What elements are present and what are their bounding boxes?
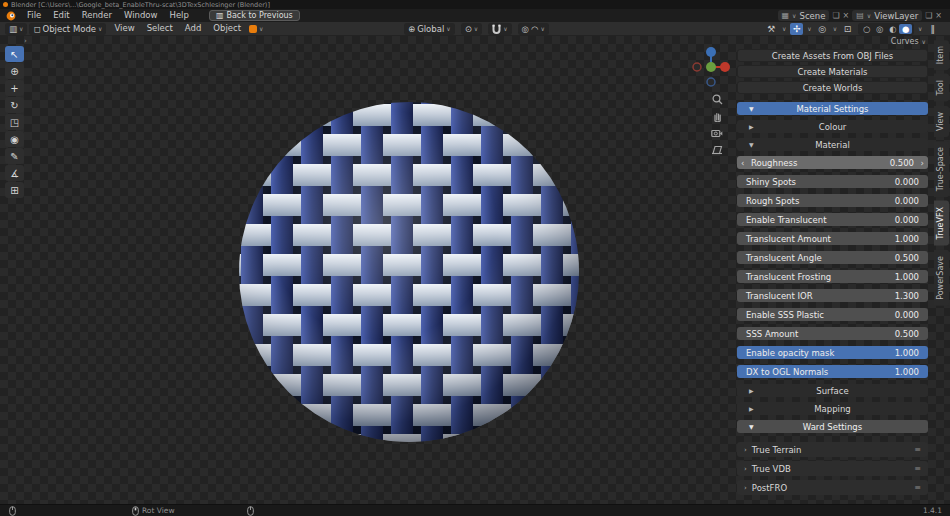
chevron-down-icon: ∨ <box>792 12 796 19</box>
slider-sss-amount[interactable]: SSS Amount 0.500 <box>737 327 928 340</box>
shading-material-preview[interactable]: ◐ <box>886 24 899 34</box>
slider-rough-spots[interactable]: Rough Spots 0.000 <box>737 194 928 207</box>
slider-enable-opacity-mask[interactable]: Enable opacity mask 1.000 <box>737 346 928 359</box>
tool-rotate[interactable]: ↻ <box>5 97 24 113</box>
menu-help[interactable]: Help <box>163 10 194 20</box>
shading-wireframe[interactable]: ○ <box>860 24 873 34</box>
viewport-menu-object[interactable]: Object <box>207 23 247 33</box>
button-create-materials[interactable]: Create Materials <box>737 65 928 78</box>
tool-settings-icon[interactable]: ⚒ <box>765 23 778 35</box>
ward-settings-header[interactable]: ▼ Ward Settings <box>737 420 928 433</box>
tool-transform[interactable]: ◉ <box>5 131 24 147</box>
slider-enable-translucent[interactable]: Enable Translucent 0.000 <box>737 213 928 226</box>
addon-panel-true-terrain[interactable]: › True Terrain ≡ <box>737 442 928 457</box>
viewport-menu-add[interactable]: Add <box>179 23 207 33</box>
slider-value: 1.000 <box>895 234 919 244</box>
object-mode-icon: ◻ <box>33 24 40 34</box>
copy-scene-icon[interactable]: ❏ <box>832 11 839 20</box>
tool-move[interactable]: + <box>5 80 24 96</box>
toolbar-expand-icon[interactable]: › <box>24 37 27 45</box>
tab-truevfx[interactable]: TrueVFX <box>934 201 949 246</box>
chevron-down-icon: ∨ <box>474 25 478 32</box>
grip-icon[interactable]: ≡ <box>914 445 921 454</box>
slider-label: Translucent Frosting <box>746 272 831 282</box>
slider-shiny-spots[interactable]: Shiny Spots 0.000 <box>737 175 928 188</box>
subpanel-material[interactable]: ▼ Material <box>737 138 928 151</box>
viewport-menu-select[interactable]: Select <box>141 23 179 33</box>
slider-label: Enable opacity mask <box>746 348 834 358</box>
active-object-icon[interactable] <box>249 25 257 33</box>
status-bar: Rot View 1.4.1 <box>0 504 950 516</box>
shading-solid[interactable]: ◎ <box>873 24 886 34</box>
mouse-left-hint <box>9 506 16 516</box>
slider-translucent-ior[interactable]: Translucent IOR 1.300 <box>737 289 928 302</box>
slider-translucent-angle[interactable]: Translucent Angle 0.500 <box>737 251 928 264</box>
button-create-worlds[interactable]: Create Worlds <box>737 81 928 94</box>
tab-tool[interactable]: Tool <box>934 74 949 102</box>
tab-true-space[interactable]: True-Space <box>934 141 949 197</box>
show-overlays-toggle[interactable]: ◎ <box>816 23 829 35</box>
addon-version: 1.4.1 <box>923 506 942 515</box>
slider-value: 1.000 <box>895 272 919 282</box>
expand-arrow-icon: › <box>744 446 747 454</box>
addon-panel-postfro[interactable]: › PostFRO ≡ <box>737 480 928 495</box>
woven-sphere-object[interactable] <box>237 100 581 448</box>
xray-toggle[interactable]: ⊡ <box>841 23 854 35</box>
show-gizmo-toggle[interactable]: ✢ <box>790 23 803 35</box>
grip-icon[interactable]: ≡ <box>914 464 921 473</box>
subpanel-surface[interactable]: ▶ Surface <box>737 384 928 397</box>
tool-measure[interactable]: ∡ <box>5 165 24 181</box>
proportional-editing[interactable]: ◎ ◠ ∨ <box>518 23 549 35</box>
tab-powersave[interactable]: PowerSave <box>934 250 949 306</box>
snap-settings[interactable]: ∨ <box>488 23 511 35</box>
menu-window[interactable]: Window <box>118 10 164 20</box>
addon-panel-true-vdb[interactable]: › True VDB ≡ <box>737 461 928 476</box>
tool-scale[interactable]: ◳ <box>5 114 24 130</box>
close-viewlayer-icon[interactable]: × <box>935 11 942 20</box>
button-create-assets-from-obj-files[interactable]: Create Assets From OBJ Files <box>737 49 928 62</box>
editor-type-selector[interactable]: ▥ ∨ <box>5 23 27 35</box>
shading-rendered[interactable]: ● <box>899 24 912 34</box>
close-scene-icon[interactable]: × <box>843 11 850 20</box>
slider-enable-sss-plastic[interactable]: Enable SSS Plastic 0.000 <box>737 308 928 321</box>
expand-arrow-icon: › <box>744 484 747 492</box>
slider-translucent-amount[interactable]: Translucent Amount 1.000 <box>737 232 928 245</box>
camera-icon[interactable] <box>710 126 724 140</box>
slider-dx-to-ogl-normals[interactable]: DX to OGL Normals 1.000 <box>737 365 928 378</box>
tab-item[interactable]: Item <box>934 40 949 70</box>
view-navigation-gizmo[interactable] <box>692 46 730 94</box>
pan-hand-icon[interactable] <box>710 109 724 123</box>
transform-orientation-selector[interactable]: ⊕ Global ∨ <box>404 23 455 35</box>
slider-translucent-frosting[interactable]: Translucent Frosting 1.000 <box>737 270 928 283</box>
back-to-previous-button[interactable]: ▥ Back to Previous <box>209 10 300 21</box>
tool-select-box[interactable]: ↖ <box>5 46 24 62</box>
subpanel-colour[interactable]: ▶ Colour <box>737 120 928 133</box>
tool-cursor[interactable]: ⊕ <box>5 63 24 79</box>
subpanel-mapping[interactable]: ▶ Mapping <box>737 402 928 415</box>
slider-label: Rough Spots <box>746 196 799 206</box>
grip-icon[interactable]: ≡ <box>914 483 921 492</box>
blender-menu-logo-icon[interactable] <box>6 11 17 20</box>
triangle-icon: ▶ <box>749 387 754 394</box>
copy-viewlayer-icon[interactable]: ❏ <box>925 11 932 20</box>
tool-annotate[interactable]: ✎ <box>5 148 24 164</box>
viewlayer-selector[interactable]: ▤ ∨ ViewLayer <box>852 10 922 21</box>
tool-add-cube[interactable]: ⊞ <box>5 182 24 198</box>
slider-label: Translucent Amount <box>746 234 831 244</box>
menu-file[interactable]: File <box>21 10 47 20</box>
slider-roughness[interactable]: Roughness 0.500 <box>737 156 928 169</box>
viewport-menu-view[interactable]: View <box>108 23 140 33</box>
perspective-toggle-icon[interactable] <box>710 143 724 157</box>
zoom-icon[interactable] <box>710 92 724 106</box>
scene-selector[interactable]: ▦ ∨ Scene <box>778 10 830 21</box>
menu-render[interactable]: Render <box>76 10 118 20</box>
rotate-view-hint: Rot View <box>132 506 175 516</box>
mode-selector[interactable]: ◻ Object Mode ∨ <box>29 23 106 35</box>
triangle-icon: ▼ <box>749 141 754 148</box>
collection-dropdown[interactable]: Curves ∨ <box>737 37 928 46</box>
pause-icon[interactable]: ‖ <box>931 24 937 34</box>
material-settings-header[interactable]: ▼ Material Settings <box>737 102 928 115</box>
pivot-point-selector[interactable]: ⊙ ∨ <box>461 23 483 35</box>
menu-edit[interactable]: Edit <box>47 10 75 20</box>
tab-view[interactable]: View <box>934 106 949 137</box>
